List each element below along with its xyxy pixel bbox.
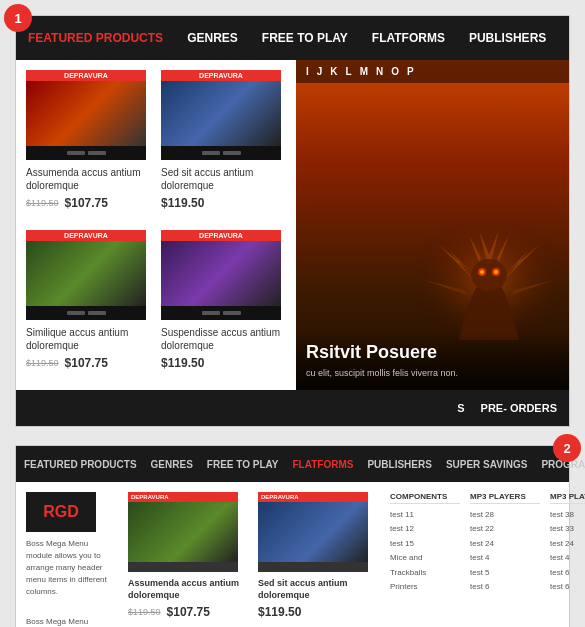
section1-container: 1 FEATURED PRODUCTS GENRES FREE TO PLAY … — [15, 15, 570, 427]
bottom-bar-s[interactable]: S — [457, 402, 464, 414]
nav2-flatforms[interactable]: FLATFORMS — [293, 459, 354, 470]
nav2-freetoplay[interactable]: FREE TO PLAY — [207, 459, 279, 470]
price-old: $119.50 — [26, 358, 59, 368]
product-image: DEPRAVURA — [161, 70, 281, 160]
product-title: Similique accus antium doloremque — [26, 326, 151, 352]
product-title: Suspendisse accus antium doloremque — [161, 326, 286, 352]
logo-box: RGD — [26, 492, 96, 532]
price-row: $119.50 — [161, 356, 286, 370]
alpha-j[interactable]: J — [317, 66, 323, 77]
alpha-m[interactable]: M — [360, 66, 368, 77]
section2-badge: 2 — [553, 434, 581, 462]
price-row: $119.50 $107.75 — [26, 356, 151, 370]
col-item[interactable]: test 5 — [470, 566, 540, 580]
section2-product-title: Assumenda accus antium doloremque — [128, 578, 248, 601]
col-item[interactable]: Mice and Trackballs — [390, 551, 460, 580]
section2-img-label: DEPRAVURA — [128, 492, 238, 502]
col-item[interactable]: test 28 — [470, 508, 540, 522]
alpha-o[interactable]: O — [391, 66, 399, 77]
hero-subtitle: cu elit, suscipit mollis felis viverra n… — [306, 367, 559, 380]
col-item[interactable]: test 33 — [550, 522, 585, 536]
nav-publishers[interactable]: PUBLISHERS — [469, 31, 546, 45]
col-item[interactable]: test 6 — [550, 580, 585, 594]
product-card[interactable]: DEPRAVURA Sed sit accus antium doloremqu… — [161, 70, 286, 220]
product-card[interactable]: DEPRAVURA Similique accus antium dolorem… — [26, 230, 151, 380]
product-img-bg — [26, 241, 146, 306]
bottom-bar-preorders[interactable]: PRE- ORDERS — [481, 402, 557, 414]
product-img-label: DEPRAVURA — [26, 230, 146, 241]
section2-product-image: DEPRAVURA — [258, 492, 368, 572]
product-title: Sed sit accus antium doloremque — [161, 166, 286, 192]
section2-price-row: $119.50 — [258, 605, 378, 619]
alpha-n[interactable]: N — [376, 66, 383, 77]
nav-flatforms[interactable]: FLATFORMS — [372, 31, 445, 45]
col-item[interactable]: Printers — [390, 580, 460, 594]
section2-price-new: $119.50 — [258, 605, 301, 619]
section2-col-mp3-1: MP3 PLAYERS test 28 test 22 test 24 test… — [470, 492, 540, 627]
col-item[interactable]: test 6 — [550, 566, 585, 580]
col-item[interactable]: test 4 — [550, 551, 585, 565]
nav2-publishers[interactable]: PUBLISHERS — [367, 459, 431, 470]
product-img-bar — [161, 146, 281, 160]
product-img-bar — [26, 306, 146, 320]
col-item[interactable]: test 24 — [550, 537, 585, 551]
col-item[interactable]: test 38 — [550, 508, 585, 522]
col-item[interactable]: test 6 — [470, 580, 540, 594]
svg-point-1 — [471, 259, 507, 291]
product-image: DEPRAVURA — [26, 70, 146, 160]
price-old: $119.50 — [26, 198, 59, 208]
nav-featured-products[interactable]: FEATURED PRODUCTS — [28, 31, 163, 45]
nav-genres[interactable]: GENRES — [187, 31, 238, 45]
alpha-l[interactable]: L — [346, 66, 352, 77]
product-img-bar — [161, 306, 281, 320]
price-new: $107.75 — [65, 356, 108, 370]
col-item[interactable]: test 24 — [470, 537, 540, 551]
col-item[interactable]: test 4 — [470, 551, 540, 565]
nav-free-to-play[interactable]: FREE TO PLAY — [262, 31, 348, 45]
nav2-featured[interactable]: FEATURED PRODUCTS — [24, 459, 137, 470]
product-image: DEPRAVURA — [161, 230, 281, 320]
col-item[interactable]: test 22 — [470, 522, 540, 536]
alpha-i[interactable]: I — [306, 66, 309, 77]
col-item[interactable]: test 11 — [390, 508, 460, 522]
hero-text-block: Rsitvit Posuere cu elit, suscipit mollis… — [296, 332, 569, 390]
price-row: $119.50 $107.75 — [26, 196, 151, 210]
col-item[interactable]: test 15 — [390, 537, 460, 551]
col-item[interactable]: test 12 — [390, 522, 460, 536]
section2-price-row: $119.50 $107.75 — [128, 605, 248, 619]
hero-area: I J K L M N O P — [296, 60, 569, 390]
product-card[interactable]: DEPRAVURA Assumenda accus antium dolorem… — [26, 70, 151, 220]
price-new: $119.50 — [161, 356, 204, 370]
product-image: DEPRAVURA — [26, 230, 146, 320]
alpha-p[interactable]: P — [407, 66, 414, 77]
section2-product-title: Sed sit accus antium doloremque — [258, 578, 378, 601]
alpha-bar: I J K L M N O P — [296, 60, 569, 83]
product-img-bg — [26, 81, 146, 146]
products-grid: DEPRAVURA Assumenda accus antium dolorem… — [16, 60, 296, 390]
section1-navbar: FEATURED PRODUCTS GENRES FREE TO PLAY FL… — [16, 16, 569, 60]
col-header-components: COMPONENTS — [390, 492, 460, 504]
section2-col-components: COMPONENTS test 11 test 12 test 15 Mice … — [390, 492, 460, 627]
section2-container: 2 FEATURED PRODUCTS GENRES FREE TO PLAY … — [15, 445, 570, 627]
product-img-label: DEPRAVURA — [161, 230, 281, 241]
section1-bottom-bar: S PRE- ORDERS — [16, 390, 569, 426]
logo-description1: Boss Mega Menu module allows you to arra… — [26, 538, 116, 598]
alpha-k[interactable]: K — [330, 66, 337, 77]
nav2-genres[interactable]: GENRES — [151, 459, 193, 470]
section1-main: DEPRAVURA Assumenda accus antium dolorem… — [16, 60, 569, 390]
section2-navbar: FEATURED PRODUCTS GENRES FREE TO PLAY FL… — [16, 446, 569, 482]
product-img-bg — [161, 81, 281, 146]
product-img-bg — [161, 241, 281, 306]
section2-product-card[interactable]: DEPRAVURA Assumenda accus antium dolorem… — [128, 492, 248, 627]
product-card[interactable]: DEPRAVURA Suspendisse accus antium dolor… — [161, 230, 286, 380]
section2-price-old: $119.50 — [128, 607, 161, 617]
logo-description2: Boss Mega Menu module allows you to arra… — [26, 616, 116, 627]
section2-product-card[interactable]: DEPRAVURA Sed sit accus antium doloremqu… — [258, 492, 378, 627]
product-img-label: DEPRAVURA — [161, 70, 281, 81]
section2-product-image: DEPRAVURA — [128, 492, 238, 572]
price-row: $119.50 — [161, 196, 286, 210]
col-header-mp3-2: MP3 PLAYERS — [550, 492, 585, 504]
nav2-supersavings[interactable]: SUPER SAVINGS — [446, 459, 528, 470]
hero-title: Rsitvit Posuere — [306, 342, 559, 363]
price-new: $107.75 — [65, 196, 108, 210]
